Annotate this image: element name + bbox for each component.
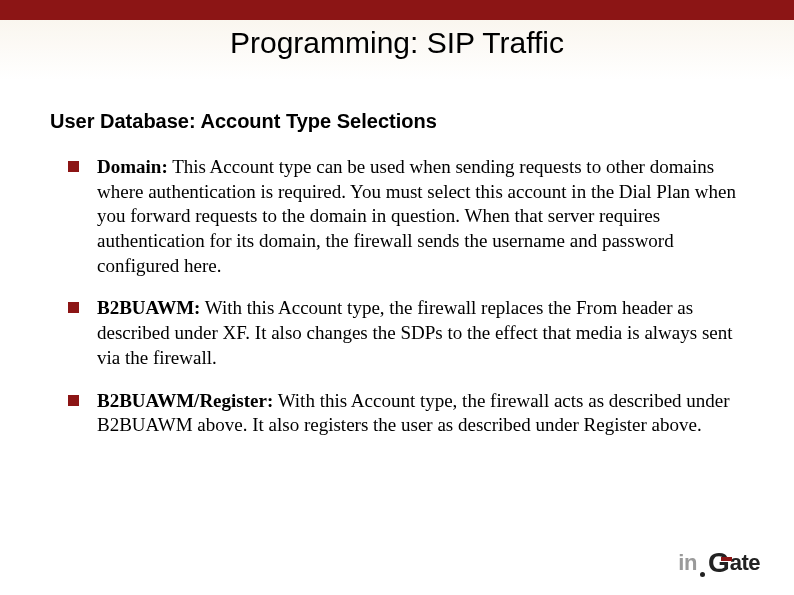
- logo-dot-icon: [700, 572, 705, 577]
- title-bar: [0, 0, 794, 20]
- list-item: B2BUAWM: With this Account type, the fir…: [50, 296, 744, 370]
- slide-title: Programming: SIP Traffic: [230, 26, 564, 60]
- item-body: B2BUAWM/Register: With this Account type…: [97, 389, 744, 438]
- logo-part-ate: ate: [730, 550, 760, 576]
- bullet-icon: [68, 395, 79, 406]
- item-label: Domain:: [97, 156, 168, 177]
- item-body: B2BUAWM: With this Account type, the fir…: [97, 296, 744, 370]
- item-body: Domain: This Account type can be used wh…: [97, 155, 744, 278]
- item-text: This Account type can be used when sendi…: [97, 156, 736, 276]
- slide: Programming: SIP Traffic User Database: …: [0, 0, 794, 595]
- logo-ingate: in G ate: [678, 547, 760, 579]
- content-area: User Database: Account Type Selections D…: [0, 80, 794, 438]
- list-item: B2BUAWM/Register: With this Account type…: [50, 389, 744, 438]
- title-area: Programming: SIP Traffic: [0, 20, 794, 80]
- bullet-icon: [68, 161, 79, 172]
- item-label: B2BUAWM:: [97, 297, 200, 318]
- logo-part-in: in: [678, 550, 697, 576]
- subtitle: User Database: Account Type Selections: [50, 110, 744, 133]
- bullet-list: Domain: This Account type can be used wh…: [50, 155, 744, 438]
- bullet-icon: [68, 302, 79, 313]
- list-item: Domain: This Account type can be used wh…: [50, 155, 744, 278]
- item-label: B2BUAWM/Register:: [97, 390, 273, 411]
- logo-part-g: G: [708, 547, 730, 579]
